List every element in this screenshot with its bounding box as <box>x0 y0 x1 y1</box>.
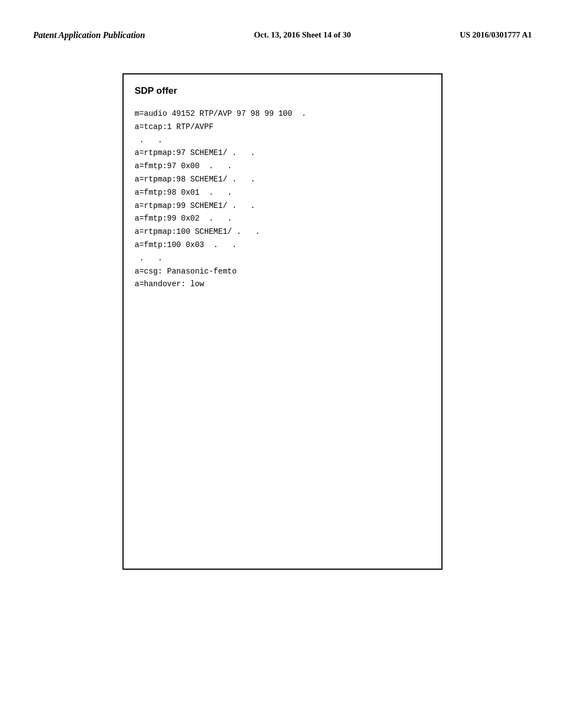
publication-title: Patent Application Publication <box>33 30 145 40</box>
diagram-container: SDP offer m=audio 49152 RTP/AVP 97 98 99… <box>122 73 443 570</box>
sdp-offer-label: SDP offer <box>135 85 430 99</box>
code-content: m=audio 49152 RTP/AVP 97 98 99 100 . a=t… <box>135 108 430 291</box>
sheet-info: Oct. 13, 2016 Sheet 14 of 30 <box>254 30 351 40</box>
patent-number: US 2016/0301777 A1 <box>460 30 532 40</box>
